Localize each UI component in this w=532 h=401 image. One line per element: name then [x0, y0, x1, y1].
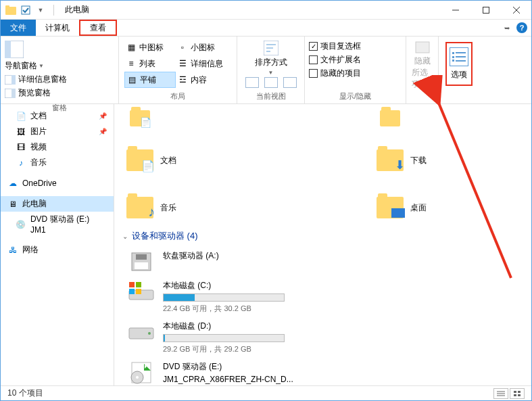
explorer-icon — [5, 4, 17, 16]
chevron-down-icon: ⌄ — [122, 233, 128, 240]
svg-rect-12 — [11, 89, 16, 98]
folder-music[interactable]: ♪ 音乐 — [126, 192, 282, 223]
layout-tiles[interactable]: ▤平铺 — [124, 72, 176, 88]
drive-floppy[interactable]: 软盘驱动器 (A:) — [126, 250, 322, 273]
svg-rect-37 — [514, 394, 516, 396]
folder-item[interactable]: 📄 — [126, 105, 282, 131]
svg-rect-2 — [22, 6, 30, 14]
hdd-icon — [126, 321, 156, 344]
sort-label: 排序方式 — [255, 57, 287, 68]
options-label: 选项 — [451, 69, 467, 80]
svg-rect-20 — [136, 254, 147, 260]
currentview-group-label: 当前视图 — [237, 91, 304, 103]
svg-rect-38 — [518, 394, 521, 396]
svg-rect-1 — [5, 5, 9, 8]
tab-row: 文件 计算机 查看 ➥ ? — [1, 20, 531, 37]
close-button[interactable] — [501, 1, 531, 20]
folder-downloads[interactable]: ⬇ 下载 — [377, 145, 532, 176]
maximize-button[interactable] — [470, 1, 501, 20]
windows-drive-icon — [126, 280, 156, 303]
statusbar: 10 个项目 — [1, 385, 531, 400]
minimize-button[interactable] — [440, 1, 470, 20]
dvd-icon — [126, 361, 156, 384]
floppy-icon — [126, 250, 156, 273]
help-icon[interactable]: ? — [516, 22, 527, 33]
options-button[interactable]: 选项 — [445, 42, 473, 86]
layout-details[interactable]: ☰详细信息 — [176, 55, 227, 72]
checkbox-icon[interactable] — [20, 4, 32, 16]
svg-rect-21 — [135, 262, 148, 269]
sidebar-item-onedrive[interactable]: ☁OneDrive — [1, 176, 114, 191]
sidebar-item-documents[interactable]: 📄文档📌 — [1, 108, 114, 124]
sidebar-item-videos[interactable]: 🎞视频 — [1, 139, 114, 155]
layout-small[interactable]: ▫小图标 — [176, 39, 227, 55]
file-extensions-toggle[interactable]: 文件扩展名 — [309, 54, 402, 66]
svg-rect-35 — [514, 391, 516, 393]
drive-dvd[interactable]: DVD 驱动器 (E:) JM1_CPRA_X86FRER_ZH-CN_D...… — [126, 361, 322, 385]
tab-file[interactable]: 文件 — [1, 20, 36, 36]
item-count: 10 个项目 — [7, 387, 43, 399]
minimize-ribbon-icon[interactable]: ➥ — [504, 24, 510, 32]
svg-rect-23 — [129, 282, 135, 287]
folder-item[interactable] — [377, 105, 532, 131]
details-pane-button[interactable]: 详细信息窗格 — [5, 74, 114, 85]
sidebar: 📄文档📌 🖼图片📌 🎞视频 ♪音乐 ☁OneDrive 🖥此电脑 💿DVD 驱动… — [1, 104, 114, 385]
showhide-group-label: 显示/隐藏 — [305, 91, 406, 103]
addcolumns-button[interactable] — [264, 77, 278, 88]
svg-rect-10 — [11, 75, 16, 85]
sidebar-item-pictures[interactable]: 🖼图片📌 — [1, 124, 114, 139]
sizefit-button[interactable] — [283, 77, 297, 88]
sort-button[interactable] — [264, 41, 279, 55]
devices-header[interactable]: ⌄ 设备和驱动器 (4) — [122, 230, 531, 242]
sidebar-item-dvd[interactable]: 💿DVD 驱动器 (E:) JM1 — [1, 212, 114, 237]
groupby-button[interactable] — [245, 77, 259, 88]
layout-medium[interactable]: ▦中图标 — [124, 39, 176, 55]
details-view-toggle[interactable] — [493, 388, 508, 399]
sidebar-item-music[interactable]: ♪音乐 — [1, 155, 114, 170]
svg-rect-17 — [416, 42, 429, 53]
item-checkboxes-toggle[interactable]: ✓项目复选框 — [309, 41, 402, 52]
drive-c[interactable]: 本地磁盘 (C:) 22.4 GB 可用，共 30.2 GB — [126, 280, 322, 314]
window-title: 此电脑 — [65, 4, 89, 16]
titlebar: ▼ 此电脑 — [1, 1, 531, 20]
layout-content[interactable]: ☲内容 — [176, 72, 227, 88]
preview-pane-button[interactable]: 预览窗格 — [5, 87, 114, 99]
hidden-items-toggle[interactable]: 隐藏的项目 — [309, 68, 402, 79]
main-area: 📄 📄 文档 ⬇ 下载 ♪ 音乐 桌面 — [114, 104, 531, 385]
drive-d[interactable]: 本地磁盘 (D:) 29.2 GB 可用，共 29.2 GB — [126, 321, 322, 354]
svg-rect-24 — [136, 282, 141, 287]
folder-desktop[interactable]: 桌面 — [377, 192, 532, 223]
pin-icon: 📌 — [99, 128, 107, 135]
ribbon: 导航窗格 ▼ 详细信息窗格 预览窗格 窗格 ▦中图标 ▫小图标 ≡列表 ☰详细信… — [1, 37, 531, 104]
svg-point-28 — [148, 332, 151, 335]
pin-icon: 📌 — [99, 112, 107, 120]
svg-rect-4 — [483, 7, 489, 13]
options-icon — [450, 47, 468, 66]
sidebar-item-thispc[interactable]: 🖥此电脑 — [1, 196, 114, 212]
nav-pane-label: 导航窗格 — [5, 60, 37, 72]
folder-documents[interactable]: 📄 文档 — [126, 145, 282, 176]
svg-rect-18 — [391, 208, 405, 218]
nav-pane-button[interactable] — [5, 41, 114, 58]
large-icons-toggle[interactable] — [510, 388, 525, 399]
layout-list[interactable]: ≡列表 — [124, 55, 176, 72]
hide-selected-button: 隐藏 所选项目 — [406, 37, 438, 93]
svg-rect-26 — [136, 289, 141, 294]
svg-point-31 — [136, 376, 139, 379]
layout-group-label: 布局 — [119, 91, 237, 103]
dropdown-icon[interactable]: ▼ — [34, 4, 47, 16]
sidebar-item-network[interactable]: 🖧网络 — [1, 242, 114, 258]
svg-rect-25 — [129, 289, 135, 294]
svg-rect-36 — [518, 391, 521, 393]
tab-view[interactable]: 查看 — [79, 20, 117, 36]
svg-rect-8 — [5, 41, 11, 58]
tab-computer[interactable]: 计算机 — [36, 20, 79, 36]
